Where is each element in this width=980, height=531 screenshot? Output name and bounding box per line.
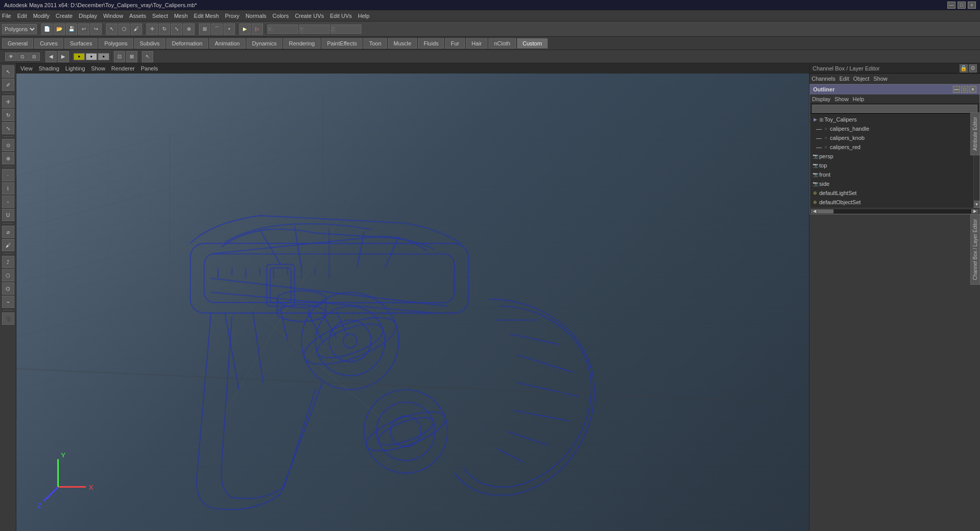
tab-painteffects[interactable]: PaintEffects [322,38,363,49]
tab-custom[interactable]: Custom [517,38,548,49]
viewport[interactable]: View Shading Lighting Show Renderer Pane… [16,63,809,531]
attribute-editor-tab[interactable]: Attribute Editor [970,112,980,155]
outliner-menu-help[interactable]: Help [853,96,865,102]
bevel-tool[interactable]: ⬡ [2,269,14,281]
viewport-menu-lighting[interactable]: Lighting [65,65,85,71]
tab-animation[interactable]: Animation [209,38,246,49]
frame-all-icon[interactable]: ⊡ [114,51,125,62]
menu-edit-uvs[interactable]: Edit UVs [330,13,352,19]
ipr-button[interactable]: ▷ [252,23,263,35]
menu-create[interactable]: Create [56,13,72,19]
menu-help[interactable]: Help [358,13,370,19]
snap-grid-button[interactable]: ⊞ [199,23,210,35]
paint-tool[interactable]: ✐ [2,79,14,91]
light2-icon[interactable]: ● [86,53,97,60]
cb-lock-icon[interactable]: 🔒 [960,64,968,73]
title-bar-controls[interactable]: — □ × [947,2,976,9]
outliner-item-lightset[interactable]: ⊕ defaultLightSet [810,188,973,198]
lasso-select-button[interactable]: ⬡ [118,23,130,35]
scale-tool-button[interactable]: ⤡ [171,23,182,35]
x-coord-input[interactable] [267,25,298,34]
tab-curves[interactable]: Curves [34,38,63,49]
viewport-menu-shading[interactable]: Shading [39,65,59,71]
outliner-search-input[interactable] [812,105,977,113]
tab-fluids[interactable]: Fluids [418,38,444,49]
tab-toon[interactable]: Toon [363,38,387,49]
menu-mesh[interactable]: Mesh [174,13,188,19]
paint-weights-tool[interactable]: 🖌 [2,239,14,251]
snap-curve-button[interactable]: ⌒ [211,23,223,35]
move-tool[interactable]: ✛ [2,95,14,108]
close-button[interactable]: × [968,2,976,9]
channel-box-tab[interactable]: Channel Box / Layer Editor [970,214,980,285]
outliner-item-persp[interactable]: 📷 persp [810,152,973,161]
menu-proxy[interactable]: Proxy [225,13,239,19]
tab-deformation[interactable]: Deformation [166,38,208,49]
menu-modify[interactable]: Modify [33,13,50,19]
redo-button[interactable]: ↪ [90,23,102,35]
menu-display[interactable]: Display [79,13,97,19]
undo-button[interactable]: ↩ [78,23,89,35]
tab-fur[interactable]: Fur [445,38,465,49]
outliner-item-top[interactable]: 📷 top [810,161,973,170]
viewport-menu-renderer[interactable]: Renderer [111,65,135,71]
menu-select[interactable]: Select [152,13,168,19]
wireframe-icon[interactable]: ⊡ [17,53,28,61]
z-coord-input[interactable] [331,25,361,34]
split-polygon-tool[interactable]: ⌁ [2,296,14,308]
tab-general[interactable]: General [2,38,33,49]
open-file-button[interactable]: 📂 [54,23,65,35]
uv-mode[interactable]: U [2,209,14,221]
outliner-item-front[interactable]: 📷 front [810,170,973,179]
menu-normals[interactable]: Normals [246,13,266,19]
hscroll-right[interactable]: ▶ [971,209,978,213]
outliner-hscroll[interactable]: ◀ ▶ [810,208,979,214]
edge-mode[interactable]: ⌇ [2,182,14,195]
select-tool[interactable]: ↖ [2,65,14,78]
universal-manip-button[interactable]: ⊕ [183,23,194,35]
viewport-canvas[interactable]: X Y Z [16,74,809,531]
tab-rendering[interactable]: Rendering [283,38,321,49]
hscroll-thumb[interactable] [818,209,834,213]
outliner-item-side[interactable]: 📷 side [810,179,973,188]
menu-colors[interactable]: Colors [273,13,289,19]
outliner-item-calipers-handle[interactable]: — ○ calipers_handle [810,124,973,133]
show-manip-tool[interactable]: ⊕ [2,152,14,164]
save-file-button[interactable]: 💾 [66,23,77,35]
menu-assets[interactable]: Assets [129,13,146,19]
menu-create-uvs[interactable]: Create UVs [295,13,324,19]
snap-point-button[interactable]: • [224,23,235,35]
cb-tab-object[interactable]: Object [853,76,869,82]
viewport-menu-view[interactable]: View [20,65,33,71]
tab-hair[interactable]: Hair [466,38,487,49]
smooth-wireframe-icon[interactable]: ⊟ [29,53,40,61]
outliner-menu-show[interactable]: Show [835,96,849,102]
scroll-down-btn[interactable]: ▼ [974,201,979,208]
select-move-icon[interactable]: ↖ [142,51,153,62]
menu-window[interactable]: Window [103,13,123,19]
face-mode[interactable]: ▫ [2,196,14,208]
light3-icon[interactable]: ● [98,53,109,60]
maximize-button[interactable]: □ [958,2,966,9]
render-frame-button[interactable]: ▶ [239,23,251,35]
viewport-menu-panels[interactable]: Panels [141,65,158,71]
frame-selected-icon[interactable]: ⊠ [126,51,137,62]
tab-surfaces[interactable]: Surfaces [64,38,97,49]
tab-ncloth[interactable]: nCloth [488,38,516,49]
scale-tool[interactable]: ⤡ [2,122,14,134]
cb-tab-edit[interactable]: Edit [839,76,849,82]
outliner-item-calipers-red[interactable]: — ○ calipers_red [810,142,973,152]
select-tool-button[interactable]: ↖ [106,23,117,35]
minimize-button[interactable]: — [947,2,955,9]
outliner-close[interactable]: × [969,86,976,93]
prev-key-icon[interactable]: ◀ [45,51,57,62]
cb-tab-show[interactable]: Show [873,76,888,82]
menu-edit-mesh[interactable]: Edit Mesh [194,13,219,19]
tab-dynamics[interactable]: Dynamics [247,38,282,49]
outliner-menu-display[interactable]: Display [812,96,830,102]
outliner-minimize[interactable]: — [953,86,960,93]
outliner-restore[interactable]: □ [961,86,968,93]
sculpt-tool[interactable]: ⌀ [2,226,14,238]
mode-selector[interactable]: Polygons [2,24,37,34]
outliner-item-toy-calipers[interactable]: ▶ ⊞ Toy_Calipers [810,115,973,124]
